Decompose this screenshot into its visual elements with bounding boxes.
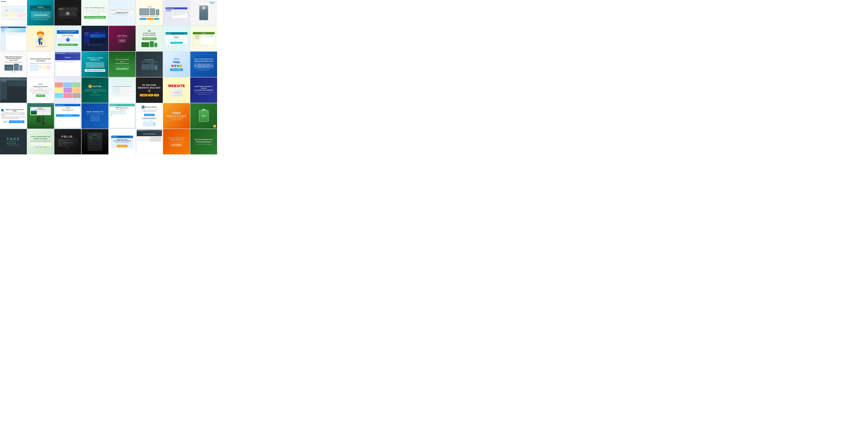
sitejet-logo: SITEJET — [32, 6, 50, 8]
tile-r6c1-free-templates[interactable]: F R E E Designer Business TEMPLATES — [0, 129, 27, 154]
tile-r4c6-90second[interactable]: 90 SECONDWEBSITE BUILDER 8 Templates Tip… — [136, 77, 163, 103]
tile-r6c4-dark-man[interactable] — [82, 129, 108, 154]
tile-r3c4-create-free[interactable]: CREATE A FREE WEBSITE CREATE A FREE WEBS… — [82, 52, 108, 77]
tile-r2c3-videopals[interactable]: Make Your Own Free Website Call 1-800-80… — [54, 26, 81, 51]
tile-r2c1-yola[interactable]: YOLABUILDER — [0, 26, 27, 51]
sitejam-label: SiteJam — [1, 1, 6, 2]
eo-passion-title: EO Your Passion into Thriving Business — [191, 138, 216, 143]
svg-point-6 — [41, 35, 42, 36]
tile-r4c1-editor[interactable]: File Edit View Insert Format Table Tools… — [0, 77, 27, 103]
tile-r2c5-tattoo[interactable]: TATTOO BODY PIERCING Enter — [109, 26, 135, 51]
tile-r5c7-free-wb[interactable]: FREE WEBSITE BUILDER Free designer templ… — [163, 103, 190, 129]
tile-r3c3-company-template[interactable]: Your Company Name Home | About | Product… — [54, 52, 81, 77]
svg-point-2 — [38, 33, 43, 38]
tile-r3c6-mobirise[interactable]: MOBIRISE MOBILE WEBSITE BUILDER — [136, 52, 163, 77]
sitejet-subtitle: A simple, powerful website creator — [32, 8, 50, 9]
mascot-svg: YOUR WEB — [35, 30, 46, 46]
mascot-label: YOUR WEB SITE — [36, 46, 45, 47]
tile-r6c6-engineering[interactable]: Engineering/Engineering ● ● ● Engineerin… — [136, 129, 163, 154]
tile-r6c5-webzai[interactable]: website ◀ ▶ ■ Build Your OwnFree Profess… — [109, 129, 135, 154]
main-grid: ■ ■ ■ SiteJam SITEJET A simple, powerful… — [0, 0, 217, 154]
tile-r4c2-jimdo[interactable]: jimdo Simply great websites. Search Over… — [27, 77, 54, 103]
svg-rect-8 — [36, 40, 38, 43]
tile-r4c4-gostarttoday[interactable]: G StartToday SURPRISINGLY FREE AND EASY … — [82, 77, 108, 103]
tile-r1c3-dark[interactable] — [54, 0, 81, 25]
tile-r5c5-moonfruit[interactable]: moonfruit ▲ Suite Hello Prince de la V..… — [109, 103, 135, 129]
free-label: F R E E — [7, 138, 19, 141]
tile-r5c8-builder-box[interactable]: builder free free — [190, 103, 217, 129]
tile-r6c7-passion2[interactable]: Turn Your Passion into aThriving Busines… — [163, 129, 190, 154]
tile-r1c6-logo-devices[interactable]: Logo Responsive for Desktop & Mobile Opt… — [136, 0, 163, 25]
svg-rect-16 — [41, 42, 42, 45]
svg-point-5 — [39, 35, 40, 36]
tile-r1c4-free-website[interactable]: Create a Free Website Today Start by sea… — [82, 0, 108, 25]
tile-r5c2-landscape[interactable]: WebSpace WebSpace Learning Shop — [27, 103, 54, 129]
templates-label: TEMPLATES — [7, 144, 20, 146]
tile-r1c5-mi-pagina[interactable]: Mi página personal — [109, 0, 135, 25]
free-website-button[interactable]: Create a Free Website Today — [84, 16, 106, 19]
tile-r2c8-category[interactable]: Category Filter Malls Edit Malls Sub Men… — [190, 26, 217, 51]
tile-r5c3-pccleaner[interactable]: PC Cleaner Pro 24/7 ✓ Heading Lorem ipsu… — [54, 103, 81, 129]
tile-r1c8-business-man[interactable]: Professional Website — [190, 0, 217, 25]
tile-r3c1-responsive[interactable]: Build amazing responsivewebsites with ab… — [0, 52, 27, 77]
tile-r5c6-wb-promo[interactable]: W Website Builder Get online. Grow your … — [136, 103, 163, 129]
tile-r6c2-pro-free[interactable]: Create a professional, freewebsite in mi… — [27, 129, 54, 154]
business-label: Business — [7, 142, 17, 144]
svg-text:WEB: WEB — [41, 41, 43, 42]
tile-r1c1-sitejam[interactable]: ■ ■ ■ SiteJam — [0, 0, 27, 25]
tile-r4c7-website-red[interactable]: WEBSITE Roof shape — [163, 77, 190, 103]
tile-r6c8-eo-passion[interactable]: EO Your Passion into Thriving Business I… — [190, 129, 217, 154]
svg-rect-15 — [39, 42, 40, 45]
tile-r1c2-sitejet[interactable]: SITEJET A simple, powerful website creat… — [27, 0, 54, 25]
tile-r5c1-facebook-shop[interactable]: f Why not set up a Facebook Shop? We can… — [0, 103, 27, 129]
tile-r4c5-free-clean[interactable] — [109, 77, 135, 103]
tile-r3c2-software-review[interactable]: ONLINE WEBSITE BUILDER SOFTWARE Comparin… — [27, 52, 54, 77]
tile-r1c7-blue-ui[interactable]: Website Builder — [163, 0, 190, 25]
tile-r5c4-new-website[interactable]: NEW WEBSITE Mobile Configuration | Busin… — [82, 103, 108, 129]
tile-r3c5-passion-business[interactable]: Turn Your Passioninto aThriving Business… — [109, 52, 135, 77]
tile-r4c3-templates-grid[interactable] — [54, 77, 81, 103]
tile-r2c7-web-dashboard[interactable]: website ◀ ▶ Welcome back, Maryn Preview … — [163, 26, 190, 51]
tile-r2c6-idly[interactable]: idly Create a websitefor your business. … — [136, 26, 163, 51]
designer-label: Designer — [7, 141, 17, 142]
tile-r4c8-exceptional[interactable]: EVERYTHING YOU NEED TO CREATEAN EXCEPTIO… — [190, 77, 217, 103]
tile-r2c2-mascot[interactable]: YOUR WEB YOUR WEB SITE — [27, 26, 54, 51]
tile-r3c7-ucoz[interactable]: uCoz FREE GET STARTED — [163, 52, 190, 77]
tile-r2c4-mix-future[interactable]: Mix Future Drag & Drop Website Editor — [82, 26, 108, 51]
tile-r6c3-folio[interactable]: FOLIO. Photography Portfolio MANU — [54, 129, 81, 154]
tile-r3c8-ecommerce[interactable]: SELL YOUR PRODUCTSONLINE SHOPPING CART ◀… — [190, 52, 217, 77]
